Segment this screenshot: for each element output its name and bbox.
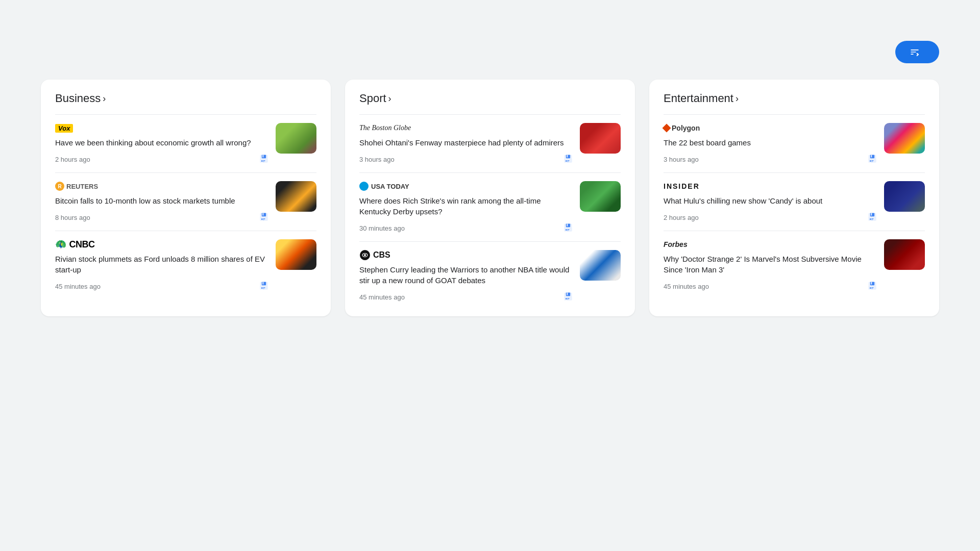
news-image <box>276 181 316 212</box>
news-title: Bitcoin falls to 10-month low as stock m… <box>55 195 270 206</box>
svg-rect-15 <box>262 282 266 286</box>
news-image <box>884 123 925 154</box>
news-time: 8 hours ago <box>55 214 90 221</box>
svg-rect-32 <box>566 229 567 231</box>
save-icon[interactable] <box>258 280 270 291</box>
news-item[interactable]: Polygon The 22 best board games 3 hours … <box>664 114 925 172</box>
topics-grid: Business › Vox Have we been thinking abo… <box>41 80 939 316</box>
news-image <box>276 123 316 154</box>
save-icon[interactable] <box>562 222 574 233</box>
news-item[interactable]: R REUTERS Bitcoin falls to 10-month low … <box>55 172 316 231</box>
news-source: CBS <box>359 250 574 260</box>
news-item[interactable]: 🦚CNBC Rivian stock plummets as Ford unlo… <box>55 231 316 299</box>
save-icon[interactable] <box>258 153 270 164</box>
save-icon[interactable] <box>562 153 574 164</box>
topic-header-sport[interactable]: Sport › <box>359 92 621 105</box>
news-item[interactable]: INSIDER What Hulu's chilling new show 'C… <box>664 172 925 231</box>
save-icon[interactable] <box>867 153 878 164</box>
news-content: R REUTERS Bitcoin falls to 10-month low … <box>55 181 270 222</box>
news-image <box>276 239 316 270</box>
svg-rect-50 <box>871 160 873 161</box>
news-time: 30 minutes ago <box>359 224 405 232</box>
news-content: Polygon The 22 best board games 3 hours … <box>664 123 878 164</box>
news-title: Stephen Curry leading the Warriors to an… <box>359 264 574 286</box>
svg-rect-30 <box>567 224 568 227</box>
svg-rect-60 <box>870 282 874 286</box>
news-footer: 2 hours ago <box>664 211 878 222</box>
customize-button[interactable] <box>895 41 939 63</box>
news-item[interactable]: CBS Stephen Curry leading the Warriors t… <box>359 241 621 310</box>
source-logo-cbs: CBS <box>359 250 390 260</box>
news-item[interactable]: Forbes Why 'Doctor Strange 2' Is Marvel'… <box>664 231 925 299</box>
news-title: Rivian stock plummets as Ford unloads 8 … <box>55 254 270 275</box>
news-content: The Boston Globe Shohei Ohtani's Fenway … <box>359 123 574 164</box>
svg-rect-13 <box>263 219 264 220</box>
source-logo-insider: INSIDER <box>664 181 700 191</box>
svg-rect-18 <box>261 287 263 289</box>
news-source: R REUTERS <box>55 181 270 191</box>
svg-rect-6 <box>263 161 264 162</box>
page-header <box>41 41 939 63</box>
news-item[interactable]: The Boston Globe Shohei Ohtani's Fenway … <box>359 114 621 172</box>
svg-rect-29 <box>566 224 570 228</box>
svg-rect-11 <box>261 218 263 220</box>
news-footer: 30 minutes ago <box>359 222 574 233</box>
news-content: Forbes Why 'Doctor Strange 2' Is Marvel'… <box>664 239 878 291</box>
svg-rect-12 <box>263 218 265 219</box>
svg-rect-33 <box>567 229 569 230</box>
svg-rect-34 <box>567 230 569 231</box>
source-logo-reuters: R REUTERS <box>55 181 98 191</box>
svg-rect-9 <box>263 213 264 216</box>
news-list: The Boston Globe Shohei Ohtani's Fenway … <box>359 114 621 310</box>
news-footer: 45 minutes ago <box>664 280 878 291</box>
news-item[interactable]: Vox Have we been thinking about economic… <box>55 114 316 172</box>
svg-rect-58 <box>871 219 873 220</box>
news-time: 3 hours ago <box>359 156 395 163</box>
svg-rect-20 <box>263 288 264 289</box>
svg-rect-4 <box>261 160 263 162</box>
topic-header-business[interactable]: Business › <box>55 92 316 105</box>
customize-icon <box>910 47 920 57</box>
topic-card-business: Business › Vox Have we been thinking abo… <box>41 80 331 316</box>
news-title: Where does Rich Strike's win rank among … <box>359 195 574 217</box>
source-logo-usatoday: USA TODAY <box>359 181 409 191</box>
news-source: 🦚CNBC <box>55 239 270 249</box>
news-footer: 3 hours ago <box>359 153 574 164</box>
news-footer: 45 minutes ago <box>55 280 270 291</box>
svg-rect-51 <box>871 161 873 162</box>
svg-rect-8 <box>262 213 266 217</box>
topic-card-entertainment: Entertainment › Polygon The 22 best boar… <box>649 80 939 316</box>
news-content: INSIDER What Hulu's chilling new show 'C… <box>664 181 878 222</box>
svg-rect-46 <box>870 155 874 159</box>
news-image <box>580 181 621 212</box>
topic-header-entertainment[interactable]: Entertainment › <box>664 92 925 105</box>
svg-rect-64 <box>871 287 873 288</box>
news-image <box>580 250 621 281</box>
svg-rect-25 <box>566 160 567 162</box>
svg-rect-5 <box>263 160 265 161</box>
save-icon[interactable] <box>867 211 878 222</box>
page-container: Business › Vox Have we been thinking abo… <box>0 0 980 357</box>
topic-label: Sport <box>359 92 386 105</box>
source-logo-polygon: Polygon <box>664 123 700 133</box>
svg-rect-61 <box>871 282 872 285</box>
news-footer: 45 minutes ago <box>359 291 574 302</box>
svg-rect-27 <box>567 161 569 162</box>
save-icon[interactable] <box>258 211 270 222</box>
news-footer: 2 hours ago <box>55 153 270 164</box>
news-time: 45 minutes ago <box>359 293 405 301</box>
svg-rect-40 <box>567 293 568 295</box>
svg-rect-54 <box>871 213 872 216</box>
news-time: 45 minutes ago <box>664 283 709 290</box>
save-icon[interactable] <box>867 280 878 291</box>
news-title: What Hulu's chilling new show 'Candy' is… <box>664 195 878 206</box>
topic-card-sport: Sport › The Boston Globe Shohei Ohtani's… <box>345 80 635 316</box>
save-icon[interactable] <box>562 291 574 302</box>
news-time: 2 hours ago <box>664 214 699 221</box>
news-title: Have we been thinking about economic gro… <box>55 137 270 148</box>
svg-rect-53 <box>870 213 874 217</box>
news-source: Polygon <box>664 123 878 133</box>
svg-rect-63 <box>870 287 871 289</box>
news-item[interactable]: USA TODAY Where does Rich Strike's win r… <box>359 172 621 241</box>
news-image <box>580 123 621 154</box>
